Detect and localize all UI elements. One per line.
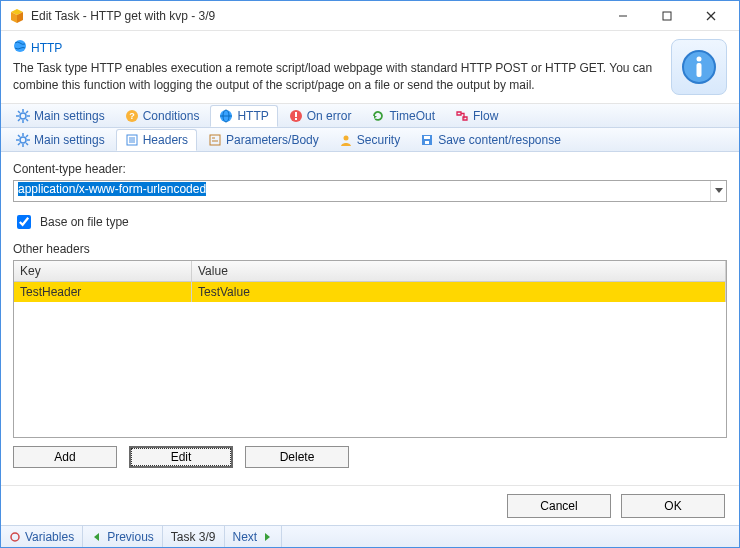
content-type-label: Content-type header: [13,162,727,176]
content-type-input[interactable]: application/x-www-form-urlencoded [14,181,710,201]
edit-button[interactable]: Edit [129,446,233,468]
tab-label: Flow [473,109,498,123]
app-icon [9,8,25,24]
info-description: The Task type HTTP enables execution a r… [13,60,653,94]
gear-icon [16,133,30,147]
svg-rect-15 [295,112,297,117]
status-next[interactable]: Next [225,526,283,547]
content-type-combo[interactable]: application/x-www-form-urlencoded [13,180,727,202]
svg-point-8 [20,113,26,119]
tab-label: HTTP [237,109,268,123]
dropdown-button[interactable] [710,181,726,201]
ok-button[interactable]: OK [621,494,725,518]
tab-http[interactable]: HTTP [210,105,277,127]
tab-headers[interactable]: Headers [116,129,197,151]
status-previous[interactable]: Previous [83,526,163,547]
tab-params[interactable]: Parameters/Body [199,129,328,151]
list-icon [125,133,139,147]
tab-save[interactable]: Save content/response [411,129,570,151]
grid-header: Key Value [14,261,726,282]
column-header-key[interactable]: Key [14,261,192,281]
svg-point-4 [14,40,26,52]
tab-label: Conditions [143,109,200,123]
svg-point-29 [11,533,19,541]
svg-rect-16 [295,118,297,120]
cell-key: TestHeader [14,282,192,302]
tab-label: Security [357,133,400,147]
status-task-number: Task 3/9 [163,526,225,547]
tab-label: Parameters/Body [226,133,319,147]
arrow-right-icon [261,531,273,543]
minimize-button[interactable] [601,2,645,30]
refresh-icon [371,109,385,123]
cancel-button[interactable]: Cancel [507,494,611,518]
status-bar: Variables Previous Task 3/9 Next [1,525,739,547]
tab-conditions[interactable]: ?Conditions [116,105,209,127]
window-title: Edit Task - HTTP get with kvp - 3/9 [31,9,601,23]
grid-body: TestHeaderTestValue [14,282,726,437]
add-button[interactable]: Add [13,446,117,468]
warning-icon [289,109,303,123]
other-headers-label: Other headers [13,242,727,256]
svg-point-6 [697,57,702,62]
base-on-file-type-label: Base on file type [40,215,129,229]
delete-button[interactable]: Delete [245,446,349,468]
footer: Cancel OK [1,485,739,525]
svg-rect-22 [210,135,220,145]
content-area: Content-type header: application/x-www-f… [1,152,739,485]
main-tabs: Main settings?ConditionsHTTPOn errorTime… [1,104,739,128]
table-row[interactable]: TestHeaderTestValue [14,282,726,302]
svg-rect-28 [425,141,429,144]
svg-text:?: ? [129,111,135,121]
column-header-value[interactable]: Value [192,261,726,281]
globe-icon [13,39,27,56]
tab-security[interactable]: Security [330,129,409,151]
base-on-file-type-checkbox[interactable]: Base on file type [13,212,727,232]
info-heading-text: HTTP [31,41,62,55]
tab-label: Save content/response [438,133,561,147]
save-icon [420,133,434,147]
user-icon [339,133,353,147]
status-variables[interactable]: Variables [1,526,83,547]
form-icon [208,133,222,147]
tab-timeout[interactable]: TimeOut [362,105,444,127]
close-button[interactable] [689,2,733,30]
info-icon [671,39,727,95]
titlebar: Edit Task - HTTP get with kvp - 3/9 [1,1,739,31]
tab-label: On error [307,109,352,123]
headers-grid[interactable]: Key Value TestHeaderTestValue [13,260,727,438]
arrow-left-icon [91,531,103,543]
help-icon: ? [125,109,139,123]
globe-icon [219,109,233,123]
info-heading: HTTP [13,39,661,56]
tab-mainsettings[interactable]: Main settings [7,105,114,127]
sub-tabs: Main settingsHeadersParameters/BodySecur… [1,128,739,152]
info-panel: HTTP The Task type HTTP enables executio… [1,31,739,104]
cell-value: TestValue [192,282,726,302]
tab-mainsettings2[interactable]: Main settings [7,129,114,151]
svg-rect-1 [663,12,671,20]
tab-flow[interactable]: Flow [446,105,507,127]
tab-label: Headers [143,133,188,147]
svg-rect-7 [697,63,702,77]
maximize-button[interactable] [645,2,689,30]
tab-onerror[interactable]: On error [280,105,361,127]
variables-icon [9,531,21,543]
gear-icon [16,109,30,123]
flow-icon [455,109,469,123]
base-on-file-type-input[interactable] [17,215,31,229]
svg-rect-27 [424,136,430,139]
svg-point-17 [20,137,26,143]
status-spacer [282,526,739,547]
tab-label: Main settings [34,109,105,123]
svg-point-25 [343,135,348,140]
tab-label: TimeOut [389,109,435,123]
tab-label: Main settings [34,133,105,147]
